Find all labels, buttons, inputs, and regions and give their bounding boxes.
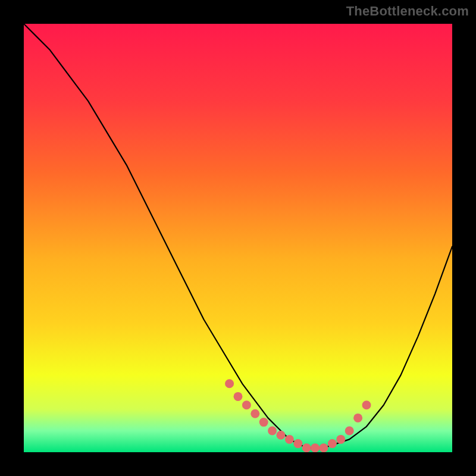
highlight-marker	[362, 400, 371, 409]
highlight-marker	[234, 392, 243, 401]
highlight-marker	[285, 435, 294, 444]
highlight-marker	[353, 414, 362, 422]
highlight-marker	[293, 439, 302, 448]
bottleneck-chart-svg	[24, 24, 452, 452]
highlight-marker	[328, 439, 337, 448]
highlight-marker	[320, 443, 328, 452]
highlight-marker	[336, 435, 345, 444]
highlight-marker	[259, 418, 268, 427]
highlight-marker	[311, 443, 320, 452]
watermark-text: TheBottleneck.com	[346, 4, 469, 19]
highlight-marker	[302, 443, 311, 452]
highlight-marker	[250, 409, 259, 418]
highlight-marker	[268, 427, 277, 436]
highlight-marker	[225, 379, 234, 388]
highlight-marker	[345, 427, 354, 436]
chart-area	[24, 24, 452, 452]
highlight-marker	[242, 400, 251, 409]
gradient-background	[24, 24, 452, 452]
highlight-marker	[277, 431, 286, 440]
